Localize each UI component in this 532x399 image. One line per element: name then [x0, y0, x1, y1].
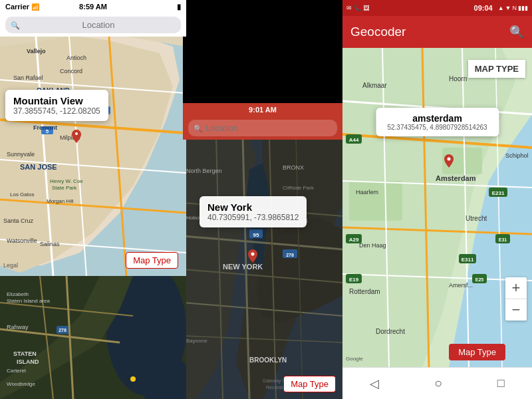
left-ios-panel: 5 101 Vallejo Antioch San Rafael Concord… [0, 0, 186, 399]
svg-text:Schiphol: Schiphol [505, 152, 529, 159]
svg-text:Haarlem: Haarlem [356, 189, 378, 196]
nav-recent-button[interactable]: □ [497, 376, 505, 390]
svg-text:Elizabeth: Elizabeth [7, 291, 29, 297]
svg-text:Alkmaar: Alkmaar [362, 82, 387, 89]
middle-map-pin [248, 249, 257, 265]
svg-text:Hoorn: Hoorn [449, 75, 467, 82]
left-map-type-button[interactable]: Map Type [126, 252, 178, 269]
carrier-label: Carrier [5, 3, 29, 11]
right-status-bar: ✉📞🖼 09:04 ▲▼N▮▮▮ [342, 0, 532, 16]
wifi-icon: 📶 [31, 3, 39, 11]
svg-text:BROOKLYN: BROOKLYN [249, 356, 287, 364]
svg-text:Amsterdam: Amsterdam [436, 174, 476, 182]
svg-text:ISLAND: ISLAND [17, 358, 39, 365]
svg-text:E231: E231 [492, 190, 505, 196]
svg-text:Los Gatos: Los Gatos [10, 192, 34, 198]
svg-text:Utrecht: Utrecht [466, 215, 487, 222]
middle-black-top [183, 0, 342, 103]
svg-text:Rahway: Rahway [7, 324, 29, 331]
search-button[interactable]: 🔍 [509, 25, 524, 39]
svg-text:95: 95 [253, 232, 259, 238]
right-city-name: amsterdam [384, 113, 491, 124]
svg-text:Sunnyvale: Sunnyvale [7, 151, 35, 158]
svg-text:Den Haag: Den Haag [359, 242, 386, 249]
zoom-out-button[interactable]: − [505, 299, 527, 321]
right-map-type-label: MAP TYPE [468, 60, 525, 78]
svg-text:Salinas: Salinas [40, 241, 60, 247]
search-icon: 🔍 [11, 21, 20, 29]
svg-text:E31: E31 [499, 237, 507, 242]
svg-text:Vallejo: Vallejo [27, 48, 46, 55]
svg-point-53 [130, 376, 136, 382]
svg-text:STATEN: STATEN [13, 350, 37, 357]
svg-text:Concord: Concord [60, 68, 82, 74]
svg-text:Antioch: Antioch [66, 55, 86, 61]
svg-point-126 [448, 158, 451, 161]
right-info-popup: amsterdam 52.37435475, 4.89807928514263 [376, 108, 499, 136]
status-time: 8:59 AM [79, 3, 107, 11]
right-android-panel: ✉📞🖼 09:04 ▲▼N▮▮▮ Geocoder 🔍 [342, 0, 532, 399]
svg-text:Morgan Hill: Morgan Hill [47, 198, 74, 204]
zoom-controls: + − [505, 277, 527, 321]
svg-text:Staten Island area: Staten Island area [7, 298, 50, 304]
right-nav-bar: ◁ ○ □ [342, 367, 532, 399]
app-title: Geocoder [350, 25, 406, 39]
svg-text:San Rafael: San Rafael [13, 74, 43, 81]
svg-text:278: 278 [59, 328, 66, 332]
nav-home-button[interactable]: ○ [434, 376, 442, 391]
svg-text:Google: Google [346, 356, 363, 362]
left-search-input[interactable] [5, 17, 181, 33]
left-map-pin [72, 130, 81, 143]
svg-text:Carteret: Carteret [7, 368, 27, 374]
svg-text:State Park: State Park [52, 185, 77, 191]
left-coords: 37.3855745, -122.08205 [13, 106, 100, 116]
right-status-time: 09:04 [474, 4, 493, 12]
left-search-bar: 🔍 [0, 13, 186, 37]
right-map-type-button[interactable]: Map Type [449, 344, 505, 360]
svg-text:A29: A29 [349, 237, 359, 243]
svg-text:Bayonne: Bayonne [186, 338, 207, 344]
notification-icons: ✉📞🖼 [346, 5, 369, 11]
left-info-popup: Mountain View 37.3855745, -122.08205 [5, 90, 108, 121]
middle-map-type-button[interactable]: Map Type [283, 376, 336, 392]
svg-text:Dordrecht: Dordrecht [376, 328, 405, 335]
svg-text:E311: E311 [462, 257, 474, 263]
svg-text:Henry W. Coe: Henry W. Coe [50, 178, 83, 184]
search-icon: 🔍 [194, 124, 203, 132]
nav-back-button[interactable]: ◁ [370, 376, 379, 391]
right-map-pin [444, 154, 454, 170]
svg-text:Watsonville: Watsonville [7, 237, 37, 244]
svg-point-34 [75, 133, 78, 136]
right-toolbar: Geocoder 🔍 [342, 16, 532, 48]
zoom-in-button[interactable]: + [505, 277, 527, 299]
svg-rect-88 [349, 181, 402, 221]
battery-icon: ▮ [177, 3, 181, 11]
right-coords: 52.37435475, 4.89807928514263 [384, 124, 491, 131]
svg-text:Amersf...: Amersf... [449, 282, 473, 289]
middle-info-popup: New York 40.7305991, -73.9865812 [200, 196, 307, 227]
svg-text:E19: E19 [349, 277, 359, 283]
svg-text:E25: E25 [475, 277, 484, 282]
svg-text:BRONX: BRONX [283, 164, 304, 171]
svg-text:Fremont: Fremont [33, 124, 57, 131]
middle-ios-panel: 9:01 AM 🔍 [183, 0, 342, 399]
middle-status-bar: 9:01 AM [183, 103, 342, 116]
left-status-bar: Carrier 📶 8:59 AM ▮ [0, 0, 186, 13]
svg-text:A44: A44 [349, 137, 359, 143]
left-satellite-map: 278 Elizabeth Staten Island area Rahway … [0, 276, 186, 399]
legal-text: Legal [3, 262, 18, 269]
svg-text:Rotterdam: Rotterdam [349, 288, 380, 295]
signal-icons: ▲▼N▮▮▮ [498, 5, 528, 11]
svg-text:Woodbridge: Woodbridge [7, 381, 36, 387]
middle-map: 278 95 278 North Bergen BRONX Cliffside … [183, 136, 342, 399]
svg-text:SAN JOSE: SAN JOSE [20, 163, 57, 171]
svg-text:Cliffside Park: Cliffside Park [283, 185, 315, 191]
svg-text:Santa Cruz: Santa Cruz [3, 217, 34, 224]
left-city-name: Mountain View [13, 95, 100, 106]
middle-city-name: New York [207, 201, 299, 213]
svg-text:North Bergen: North Bergen [186, 168, 222, 174]
svg-text:278: 278 [286, 253, 294, 257]
svg-point-84 [251, 253, 255, 256]
middle-time: 9:01 AM [249, 106, 277, 114]
middle-search-input[interactable] [188, 120, 337, 136]
